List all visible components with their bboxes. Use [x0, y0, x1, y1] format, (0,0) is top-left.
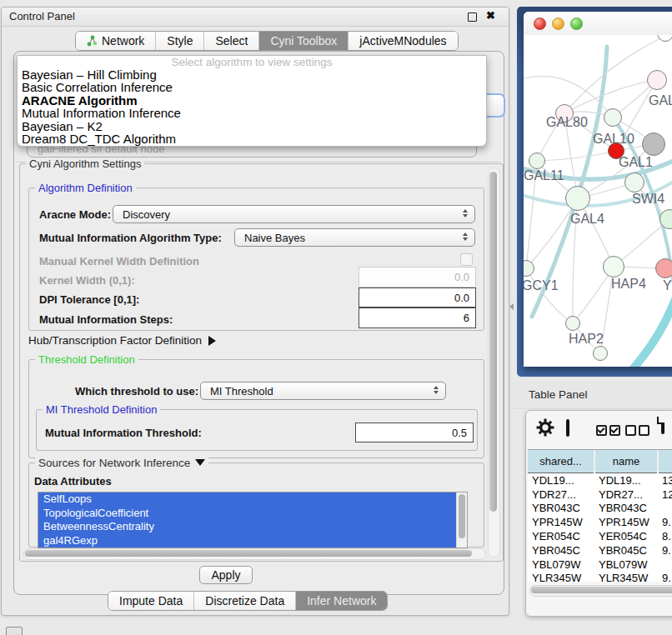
close-traffic-light[interactable]	[534, 18, 546, 30]
algorithm-option[interactable]: ARACNE Algorithm	[18, 94, 486, 107]
table-horizontal-scrollbar[interactable]	[529, 585, 672, 597]
attribute-list-item[interactable]: BetweennessCentrality	[38, 520, 460, 534]
node-label: Y	[663, 278, 672, 293]
node-hap4[interactable]	[603, 256, 624, 278]
node-y[interactable]	[655, 258, 672, 278]
tab-infer-network[interactable]: Infer Network	[296, 592, 387, 610]
algorithm-option[interactable]: Bayesian – K2	[18, 120, 486, 132]
tab-label: Cyni Toolbox	[270, 34, 337, 48]
mi-type-value: Naive Bayes	[244, 232, 305, 244]
algorithm-popup-items: Bayesian – Hill ClimbingBasic Correlatio…	[18, 68, 486, 145]
node-gal11[interactable]	[529, 152, 545, 169]
algorithm-option[interactable]: Basic Correlation Inference	[18, 81, 486, 93]
node-hap2[interactable]	[565, 316, 580, 331]
node[interactable]	[593, 346, 608, 361]
hub-definition-expander[interactable]: Hub/Transcription Factor Definition	[28, 334, 216, 347]
control-panel-tabs: NetworkStyleSelectCyni ToolboxjActiveMNo…	[75, 31, 459, 51]
algorithm-option[interactable]: Mutual Information Inference	[18, 107, 486, 119]
table-row[interactable]: YPR145WYPR145W9.	[528, 515, 672, 529]
table-row[interactable]: YBR045CYBR045C9.	[528, 543, 672, 558]
table-cell: YLR345W	[594, 572, 658, 582]
dpi-tolerance-value: 0.0	[454, 292, 469, 304]
close-icon[interactable]: ✖	[486, 9, 495, 22]
settings-vertical-scrollbar[interactable]	[488, 168, 500, 558]
attribute-list-item[interactable]: TopologicalCoefficient	[38, 507, 460, 521]
mi-type-combobox[interactable]: Naive Bayes	[234, 228, 475, 247]
kernel-width-label: Kernel Width (0,1):	[39, 274, 135, 287]
zoom-traffic-light[interactable]	[570, 18, 583, 30]
algorithm-option[interactable]: Dream8 DC_TDC Algorithm	[18, 132, 486, 145]
tab-style[interactable]: Style	[156, 32, 204, 50]
split-columns-icon[interactable]	[566, 419, 569, 437]
aracne-mode-combobox[interactable]: Discovery	[113, 205, 475, 223]
network-canvas[interactable]: GALGAL80GAL10GAL1GAL11SWI4GAL4GCY1HAP4YH…	[524, 35, 672, 367]
spinner-arrows-icon	[463, 209, 468, 218]
table-row[interactable]: YLR345WYLR345W9.	[528, 572, 672, 582]
bottom-tabs: Impute DataDiscretize DataInfer Network	[108, 591, 388, 611]
node-gal4[interactable]	[565, 186, 590, 211]
algorithm-option[interactable]: Bayesian – Hill Climbing	[18, 68, 486, 81]
tab-label: jActiveMNodules	[359, 34, 446, 48]
table-cell	[658, 502, 672, 516]
table-cell: YBL079W	[528, 558, 594, 572]
kernel-width-input[interactable]: 0.0	[359, 267, 476, 288]
collapse-down-icon	[195, 459, 205, 466]
node-gal[interactable]	[647, 70, 667, 90]
collapsed-panel-button[interactable]	[6, 627, 23, 635]
document-icon[interactable]	[661, 417, 664, 434]
tab-discretize-data[interactable]: Discretize Data	[194, 592, 296, 610]
network-window: GALGAL80GAL10GAL1GAL11SWI4GAL4GCY1HAP4YH…	[517, 7, 672, 377]
minimize-traffic-light[interactable]	[552, 18, 564, 30]
table-row[interactable]: YDR27...YDR27...12	[528, 488, 672, 502]
table-cell: YBR045C	[528, 543, 594, 558]
column-header[interactable]: shared...	[528, 450, 594, 473]
tab-label: Network	[102, 34, 144, 48]
tab-cyni-toolbox[interactable]: Cyni Toolbox	[259, 32, 349, 50]
node-label: GAL1	[619, 155, 653, 170]
node-label: GAL11	[524, 168, 564, 183]
tab-impute-data[interactable]: Impute Data	[108, 592, 194, 610]
data-attributes-list[interactable]: SelfLoopsTopologicalCoefficientBetweenne…	[38, 492, 468, 548]
algorithm-definition-legend: Algorithm Definition	[35, 182, 136, 194]
table-cell: 9.	[658, 572, 672, 582]
node-label: SWI4	[632, 192, 664, 207]
mi-steps-input[interactable]: 6	[359, 308, 476, 328]
gear-icon[interactable]	[536, 418, 554, 440]
list-scrollbar[interactable]	[456, 492, 467, 548]
table-cell: YBR043C	[528, 502, 594, 516]
node-gal10[interactable]	[604, 108, 622, 127]
expand-right-icon	[208, 336, 216, 346]
node[interactable]	[642, 132, 665, 156]
manual-kernel-checkbox[interactable]	[460, 253, 473, 266]
table-cell: YER054C	[528, 529, 594, 543]
panel-divider-handle[interactable]	[509, 303, 514, 310]
float-window-icon[interactable]	[468, 12, 477, 22]
tab-network[interactable]: Network	[76, 32, 156, 50]
deselect-all-icon[interactable]	[625, 424, 652, 439]
column-header[interactable]	[658, 450, 672, 473]
tab-jactivemnodules[interactable]: jActiveMNodules	[349, 32, 457, 50]
table-row[interactable]: YER054CYER054C8.	[528, 529, 672, 543]
mi-threshold-input[interactable]: 0.5	[355, 422, 474, 442]
node-swi4[interactable]	[624, 172, 644, 192]
tab-select[interactable]: Select	[204, 32, 259, 50]
column-header[interactable]: name	[594, 450, 658, 473]
table-row[interactable]: YDL19...YDL19...13	[528, 473, 672, 488]
attribute-list-item[interactable]: gal4RGexp	[38, 534, 460, 548]
which-threshold-combobox[interactable]: MI Threshold	[200, 382, 446, 400]
table-cell: YDR27...	[594, 488, 658, 502]
table-cell: YBL079W	[594, 558, 658, 572]
table-wrapper: shared...name YDL19...YDL19...13YDR27...…	[528, 449, 672, 582]
table-cell: YDL19...	[528, 473, 594, 488]
tab-label: Style	[167, 34, 193, 48]
select-all-icon[interactable]	[596, 424, 623, 439]
network-inner-window: GALGAL80GAL10GAL1GAL11SWI4GAL4GCY1HAP4YH…	[524, 12, 672, 367]
table-row[interactable]: YBR043CYBR043C	[528, 502, 672, 516]
node-table[interactable]: shared...name YDL19...YDL19...13YDR27...…	[528, 450, 672, 582]
attribute-list-item[interactable]: SelfLoops	[38, 492, 460, 507]
apply-button[interactable]: Apply	[199, 566, 253, 584]
settings-horizontal-scrollbar[interactable]	[23, 548, 486, 560]
control-panel-title: Control Panel	[9, 10, 75, 22]
dpi-tolerance-input[interactable]: 0.0	[359, 288, 476, 308]
table-row[interactable]: YBL079WYBL079W	[528, 558, 672, 572]
